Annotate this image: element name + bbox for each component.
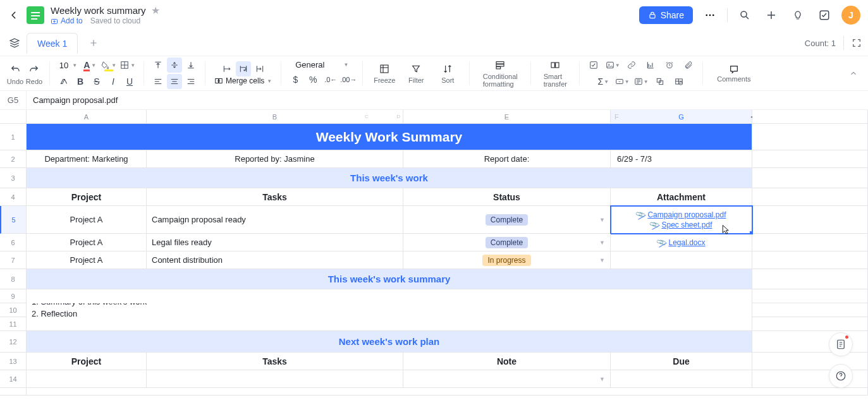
hdr2-tasks[interactable]: Tasks xyxy=(147,353,403,370)
col-header-B[interactable]: B C D xyxy=(147,110,403,124)
cell-E14[interactable]: ▼ xyxy=(403,370,611,388)
blank-cell[interactable] xyxy=(752,234,868,251)
report-date-value-cell[interactable]: 6/29 - 7/3 xyxy=(611,150,752,168)
number-format-select[interactable]: General▼ xyxy=(290,60,353,70)
sort-button[interactable]: Sort xyxy=(432,63,463,84)
blank-cell[interactable] xyxy=(752,168,868,188)
blank-cell[interactable] xyxy=(752,303,868,317)
cell-G14[interactable] xyxy=(611,370,752,388)
formula-input[interactable]: Campaign proposal.pdf xyxy=(27,95,868,105)
blank-row[interactable] xyxy=(27,388,868,396)
select-all-corner[interactable] xyxy=(0,110,27,124)
redo-button[interactable] xyxy=(25,62,43,77)
strikethrough-button[interactable]: S xyxy=(89,74,104,89)
formula-icon[interactable]: Σ▼ xyxy=(596,74,611,89)
new-icon[interactable] xyxy=(762,6,781,25)
row-header-2[interactable]: 2 xyxy=(0,150,27,168)
row-header-blank[interactable] xyxy=(0,388,27,396)
valign-middle-button[interactable] xyxy=(167,57,182,73)
cell-A14[interactable] xyxy=(27,370,147,388)
fullscreen-icon[interactable] xyxy=(852,38,862,48)
hdr-project[interactable]: Project xyxy=(27,188,147,206)
valign-bottom-button[interactable] xyxy=(183,57,199,73)
font-size-select[interactable]: 10▼ xyxy=(57,57,80,73)
floating-help-button[interactable] xyxy=(829,364,853,388)
sheets-list-icon[interactable] xyxy=(6,35,23,51)
cell-A7[interactable]: Project A xyxy=(27,251,147,269)
blank-cell[interactable] xyxy=(752,289,868,303)
status-dropdown-icon[interactable]: ▼ xyxy=(599,239,605,246)
attachment-link[interactable]: 📎Legal.docx xyxy=(657,238,705,247)
search-icon[interactable] xyxy=(735,6,754,25)
row-header-14[interactable]: 14 xyxy=(0,370,27,388)
checkbox-insert-icon[interactable] xyxy=(586,57,601,73)
cell-B14[interactable] xyxy=(147,370,403,388)
merge-cells-button[interactable]: Merge cells▼ xyxy=(212,76,274,85)
reported-by-cell[interactable]: Reported by: Jasmine xyxy=(147,150,403,168)
document-title[interactable]: Weekly work summary xyxy=(51,5,146,16)
row-header-5[interactable]: 5 xyxy=(0,206,27,234)
freeze-button[interactable]: Freeze xyxy=(369,63,400,84)
title-cell[interactable]: Weekly Work Summary xyxy=(27,124,752,150)
notes-cell[interactable]: 1. Summary of this week's work 2. Reflec… xyxy=(27,303,752,317)
report-date-label-cell[interactable]: Report date: xyxy=(403,150,611,168)
col-header-G[interactable]: FG xyxy=(611,110,752,124)
status-dropdown-icon[interactable]: ▼ xyxy=(599,257,605,263)
hdr2-due[interactable]: Due xyxy=(611,353,752,370)
row-header-8[interactable]: 8 xyxy=(0,269,27,289)
fill-color-button[interactable]: ▼ xyxy=(100,57,118,73)
col-header-blank[interactable] xyxy=(752,110,868,124)
more-menu-icon[interactable] xyxy=(700,6,719,25)
halign-center-button[interactable] xyxy=(167,74,182,89)
undo-button[interactable] xyxy=(6,62,24,77)
data-validation-icon[interactable]: ▼ xyxy=(633,74,649,89)
status-dropdown-icon[interactable]: ▼ xyxy=(599,376,605,382)
hdr-status[interactable]: Status xyxy=(403,188,611,206)
italic-button[interactable]: I xyxy=(106,74,121,89)
back-button[interactable] xyxy=(8,9,20,21)
section-summary[interactable]: This week's work summary xyxy=(27,269,752,289)
department-cell[interactable]: Department: Marketing xyxy=(27,150,147,168)
text-color-button[interactable]: A▼ xyxy=(81,57,99,73)
row-header-6[interactable]: 6 xyxy=(0,234,27,251)
cell-E7[interactable]: In progress ▼ xyxy=(403,251,611,269)
cell-B5[interactable]: Campaign proposal ready xyxy=(147,206,403,234)
blank-cell[interactable] xyxy=(752,188,868,206)
lightbulb-icon[interactable] xyxy=(788,6,807,25)
blank-cell[interactable] xyxy=(752,124,868,150)
clear-format-button[interactable] xyxy=(56,74,71,89)
favorite-star-icon[interactable]: ★ xyxy=(151,4,160,16)
cell-G7[interactable] xyxy=(611,251,752,269)
hdr2-note[interactable]: Note xyxy=(403,353,611,370)
halign-left-button[interactable] xyxy=(150,74,166,89)
blank-cell[interactable] xyxy=(752,206,868,234)
checklist-icon[interactable] xyxy=(815,6,834,25)
find-replace-icon[interactable] xyxy=(652,74,668,89)
bold-button[interactable]: B xyxy=(73,74,88,89)
cell-A5[interactable]: Project A xyxy=(27,206,147,234)
attachment-link[interactable]: 📎Campaign proposal.pdf xyxy=(636,210,726,219)
filter-button[interactable]: Filter xyxy=(401,63,431,84)
increase-decimal-button[interactable]: .00→ xyxy=(341,72,356,87)
row-header-1[interactable]: 1 xyxy=(0,124,27,150)
attachment-link[interactable]: 📎Spec sheet.pdf xyxy=(650,221,712,229)
cell-B7[interactable]: Content distribution xyxy=(147,251,403,269)
cell-B6[interactable]: Legal files ready xyxy=(147,234,403,251)
blank-cell[interactable] xyxy=(752,353,868,370)
protected-cell-icon[interactable] xyxy=(671,74,687,89)
valign-top-button[interactable] xyxy=(150,57,166,73)
conditional-formatting-button[interactable]: Conditionalformatting xyxy=(475,56,525,90)
reminder-icon[interactable] xyxy=(662,57,677,73)
section-next-week[interactable]: Next week's work plan xyxy=(27,331,752,353)
smart-transfer-button[interactable]: Smarttransfer xyxy=(536,56,574,90)
floating-notes-button[interactable] xyxy=(829,332,853,356)
decrease-decimal-button[interactable]: .0← xyxy=(323,72,338,87)
row-header-3[interactable]: 3 xyxy=(0,168,27,188)
cell-G5[interactable]: 📎Campaign proposal.pdf 📎Spec sheet.pdf xyxy=(611,206,752,234)
hdr-attachment[interactable]: Attachment xyxy=(611,188,752,206)
wrap-overflow-button[interactable] xyxy=(219,61,235,76)
add-sheet-button[interactable] xyxy=(85,35,102,51)
spreadsheet-grid[interactable]: A B C D E FG 1 Weekly Work Summary 2 Dep… xyxy=(0,110,868,417)
cell-reference-box[interactable]: G5 xyxy=(0,91,27,109)
row-header-7[interactable]: 7 xyxy=(0,251,27,269)
